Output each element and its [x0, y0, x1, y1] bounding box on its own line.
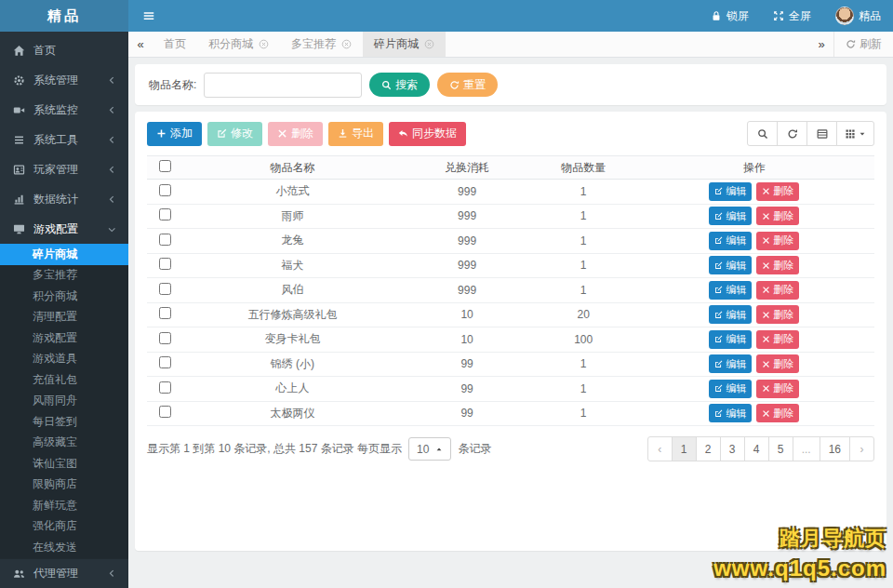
row-checkbox[interactable] [159, 208, 171, 220]
row-delete-button[interactable]: 删除 [756, 232, 799, 250]
tab[interactable]: 积分商城 [197, 32, 280, 57]
page-button[interactable]: 16 [820, 436, 850, 461]
columns-button[interactable] [836, 121, 874, 146]
sidebar-item-agent-manage[interactable]: 代理管理 [0, 558, 128, 588]
row-checkbox[interactable] [159, 356, 171, 368]
sidebar-subitem[interactable]: 强化商店 [0, 516, 128, 538]
row-delete-button[interactable]: 删除 [756, 207, 799, 225]
page-button[interactable]: ... [793, 436, 820, 461]
page-button[interactable]: 4 [744, 436, 769, 461]
export-button[interactable]: 导出 [328, 122, 383, 146]
sidebar-subitem[interactable]: 在线发送 [0, 537, 128, 558]
sidebar-subitem[interactable]: 多宝推荐 [0, 265, 128, 287]
row-edit-label: 编辑 [726, 283, 746, 297]
sidebar-subitem[interactable]: 高级藏宝 [0, 433, 128, 454]
row-delete-button[interactable]: 删除 [756, 380, 799, 398]
sync-data-button[interactable]: 同步数据 [389, 122, 466, 146]
page-button[interactable]: 5 [768, 436, 793, 461]
user-menu[interactable]: 精品 [823, 0, 893, 32]
sidebar-item[interactable]: 系统监控 [0, 95, 128, 125]
row-checkbox[interactable] [159, 381, 171, 394]
sidebar-item[interactable]: 游戏配置 [0, 214, 128, 244]
sidebar-subitem[interactable]: 限购商店 [0, 474, 128, 496]
page-button[interactable]: 2 [696, 436, 721, 461]
page-size-select[interactable]: 10 [408, 437, 451, 461]
item-qty-cell: 1 [532, 278, 633, 303]
row-delete-button[interactable]: 删除 [756, 354, 799, 373]
tab-refresh-button[interactable]: 刷新 [833, 32, 893, 57]
row-edit-button[interactable]: 编辑 [709, 256, 752, 274]
row-checkbox[interactable] [159, 184, 171, 196]
row-checkbox[interactable] [159, 283, 171, 295]
brand-logo[interactable]: 精品 [0, 0, 128, 32]
row-delete-button[interactable]: 删除 [756, 182, 799, 201]
search-button[interactable]: 搜索 [369, 73, 430, 97]
row-edit-button[interactable]: 编辑 [709, 207, 752, 225]
row-edit-button[interactable]: 编辑 [709, 330, 752, 349]
tabs-scroll-left-button[interactable]: « [128, 32, 153, 57]
row-edit-button[interactable]: 编辑 [709, 354, 752, 373]
row-edit-button[interactable]: 编辑 [709, 305, 752, 324]
add-button[interactable]: 添加 [147, 122, 202, 146]
row-edit-button[interactable]: 编辑 [709, 232, 752, 250]
sidebar-item[interactable]: 首页 [0, 35, 128, 65]
sidebar-subitem[interactable]: 游戏道具 [0, 349, 128, 370]
tab[interactable]: 碎片商城 [363, 32, 446, 57]
delete-button[interactable]: 删除 [268, 122, 323, 146]
row-delete-button[interactable]: 删除 [756, 256, 799, 274]
page-button[interactable]: 3 [720, 436, 745, 461]
sidebar-subitem[interactable]: 游戏配置 [0, 327, 128, 349]
sidebar-subitem[interactable]: 每日签到 [0, 411, 128, 433]
table-footer: 显示第 1 到第 10 条记录, 总共 157 条记录 每页显示 10 条记录 … [147, 436, 874, 461]
row-edit-button[interactable]: 编辑 [709, 380, 752, 398]
tab[interactable]: 首页 [153, 32, 197, 57]
row-edit-button[interactable]: 编辑 [709, 182, 752, 201]
tabbar-right: » 刷新 [809, 32, 893, 57]
chevron-left-icon [108, 106, 116, 114]
sidebar-subitem[interactable]: 新鲜玩意 [0, 495, 128, 516]
refresh-table-button[interactable] [777, 121, 807, 146]
toggle-search-button[interactable] [747, 121, 778, 146]
select-all-checkbox[interactable] [159, 160, 171, 172]
sidebar-toggle-button[interactable] [128, 0, 169, 32]
row-checkbox[interactable] [159, 234, 171, 246]
toggle-view-button[interactable] [806, 121, 837, 146]
sidebar-item[interactable]: 玩家管理 [0, 154, 128, 184]
fullscreen-button[interactable]: 全屏 [761, 0, 823, 32]
row-edit-button[interactable]: 编辑 [709, 404, 752, 422]
sidebar-subitem[interactable]: 清理配置 [0, 307, 128, 328]
page-button[interactable]: 1 [672, 436, 697, 461]
row-checkbox[interactable] [159, 332, 171, 344]
reset-button[interactable]: 重置 [437, 73, 498, 97]
item-name-input[interactable] [204, 73, 362, 98]
row-actions-cell: 编辑删除 [634, 401, 874, 426]
page-size-value: 10 [417, 443, 429, 456]
row-edit-button[interactable]: 编辑 [709, 281, 752, 300]
item-qty-cell: 1 [532, 253, 633, 278]
tabs-scroll-right-button[interactable]: » [809, 32, 833, 57]
row-checkbox[interactable] [159, 307, 171, 319]
row-delete-button[interactable]: 删除 [756, 305, 799, 324]
row-delete-button[interactable]: 删除 [756, 281, 799, 300]
sidebar-subitem[interactable]: 碎片商城 [0, 244, 128, 265]
row-select-cell [147, 401, 183, 426]
sidebar-subitem[interactable]: 风雨同舟 [0, 391, 128, 412]
sidebar-subitem[interactable]: 诛仙宝图 [0, 453, 128, 474]
page-prev-button[interactable]: ‹ [647, 436, 673, 461]
sidebar-subitem[interactable]: 充值礼包 [0, 369, 128, 391]
row-delete-button[interactable]: 删除 [756, 404, 799, 422]
edit-button[interactable]: 修改 [207, 122, 262, 146]
row-checkbox[interactable] [159, 406, 171, 418]
item-qty-cell: 20 [532, 302, 633, 327]
page-next-button[interactable]: › [849, 436, 874, 461]
tab[interactable]: 多宝推荐 [280, 32, 363, 57]
sidebar-item[interactable]: 系统管理 [0, 65, 128, 95]
sidebar-item[interactable]: 系统工具 [0, 125, 128, 154]
lock-screen-button[interactable]: 锁屏 [699, 0, 761, 32]
sidebar-item[interactable]: 数据统计 [0, 184, 128, 214]
row-delete-button[interactable]: 删除 [756, 330, 799, 349]
row-actions-cell: 编辑删除 [634, 278, 874, 303]
sidebar-subitem[interactable]: 积分商城 [0, 286, 128, 307]
row-checkbox[interactable] [159, 258, 171, 270]
x-icon [762, 311, 770, 319]
